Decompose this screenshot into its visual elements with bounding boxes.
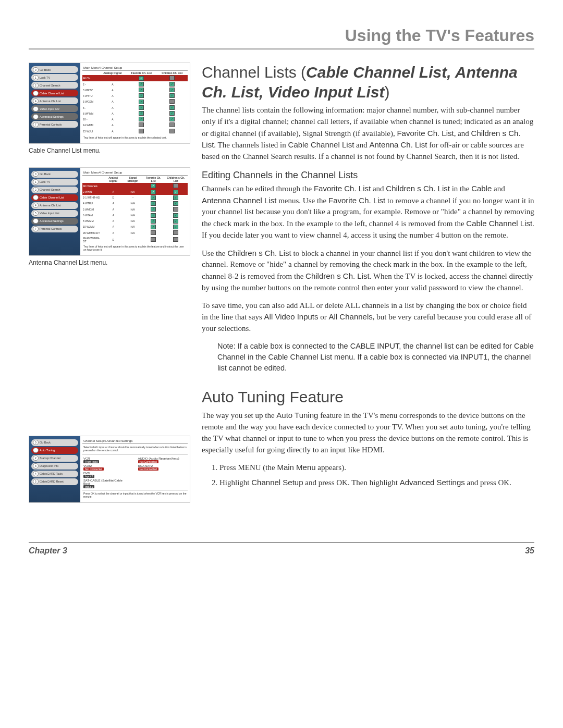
device-row: VCR2Not ConnectedRCA SAT2Not Connected <box>82 463 188 471</box>
fig1-caption: Cable Channel List menu. <box>29 147 190 154</box>
menu-item: Advanced Settings <box>31 113 78 120</box>
menu-item: 5Video Input List <box>31 210 78 217</box>
figure-antenna-channel-list: 0Go Back1Lock TV2Channel Search3Cable Ch… <box>29 167 190 266</box>
fig3-help: Press OK to select the channel or input … <box>82 490 188 500</box>
section-auto-tuning-title: Auto Tuning Feature <box>202 387 534 407</box>
figure-auto-tuning: 0Go Back1Auto Tuning2Startup Channel3Dia… <box>29 436 190 503</box>
page-header: Using the TV's Features <box>29 26 534 50</box>
auto-tuning-steps: Press MENU (the Main Menu appears). High… <box>202 462 534 488</box>
page-footer: Chapter 3 35 <box>29 542 534 556</box>
device-row: VCRFront InputAUDIO (Audio Receiver/Amp)… <box>82 456 188 463</box>
menu-item: 3Cable Channel List <box>31 90 78 96</box>
menu-item: 2Startup Channel <box>31 455 78 462</box>
section-channel-lists-title: Channel Lists (Cable Channel List, Anten… <box>202 63 534 102</box>
subsection-editing-channels-title: Editing Channels in the Channel Lists <box>202 170 534 181</box>
fig3-breadcrumb: Channel Setup4 Advanced Settings <box>82 438 188 444</box>
editing-channels-p3: To save time, you can also add ALL or de… <box>202 300 534 335</box>
figure-cable-channel-list: 0Go Back1Lock TV2Channel Search3Cable Ch… <box>29 63 190 154</box>
footer-page-number: 35 <box>525 546 534 556</box>
editing-channels-p1: Channels can be edited through the Favor… <box>202 183 534 241</box>
fig3-intro: Select which input or channel should be … <box>82 444 188 454</box>
menu-item: 1Auto Tuning <box>31 447 78 454</box>
menu-item: 2Channel Search <box>31 187 78 193</box>
page-title: Using the TV's Features <box>345 26 534 45</box>
channel-lists-p1: The channel lists contain the following … <box>202 105 534 163</box>
step-2: Highlight Channel Setup and press OK. Th… <box>219 477 534 489</box>
menu-item: 4Antenna Ch. List <box>31 97 78 104</box>
note-cable-box: Note: If a cable box is connected to the… <box>217 341 534 374</box>
device-row: SAT-CABLE (Satellite/Cable Box)Input 1 <box>82 478 188 488</box>
step-1: Press MENU (the Main Menu appears). <box>219 462 534 474</box>
menu-item: 7Parental Controls <box>31 121 78 128</box>
fig2-caption: Antenna Channel List menu. <box>29 259 190 266</box>
auto-tuning-p1: The way you set up the Auto Tuning featu… <box>202 410 534 455</box>
menu-item: 0Go Back <box>31 66 78 73</box>
fig2-breadcrumb: Main Menu4 Channel Setup <box>82 170 188 176</box>
menu-item: 3Diagnostic Info <box>31 463 78 470</box>
menu-item: 1Lock TV <box>31 74 78 81</box>
editing-channels-p2: Use the Children s Ch. List to block a c… <box>202 248 534 294</box>
menu-item: 2Channel Search <box>31 82 78 89</box>
fig1-breadcrumb: Main Menu4 Channel Setup <box>82 65 188 71</box>
menu-item: 4Antenna Ch. List <box>31 202 78 209</box>
footer-chapter: Chapter 3 <box>29 546 67 556</box>
menu-item: 3Cable Channel List <box>31 194 78 201</box>
menu-item: 5Video Input List <box>31 105 78 112</box>
menu-item: 0Go Back <box>31 171 78 178</box>
device-row: DVDInput 2 <box>82 471 188 478</box>
menu-item: 5CableCARD Reset <box>31 478 78 485</box>
menu-item: 1Lock TV <box>31 179 78 186</box>
menu-item: 4CableCARD Tools <box>31 471 78 477</box>
menu-item: 6Advanced Settings <box>31 218 78 225</box>
menu-item: 0Go Back <box>31 439 78 446</box>
menu-item: 7Parental Controls <box>31 226 78 232</box>
fig2-help: Two lines of help text will appear in th… <box>82 243 188 253</box>
fig1-help: Two lines of help text will appear in th… <box>82 134 188 141</box>
